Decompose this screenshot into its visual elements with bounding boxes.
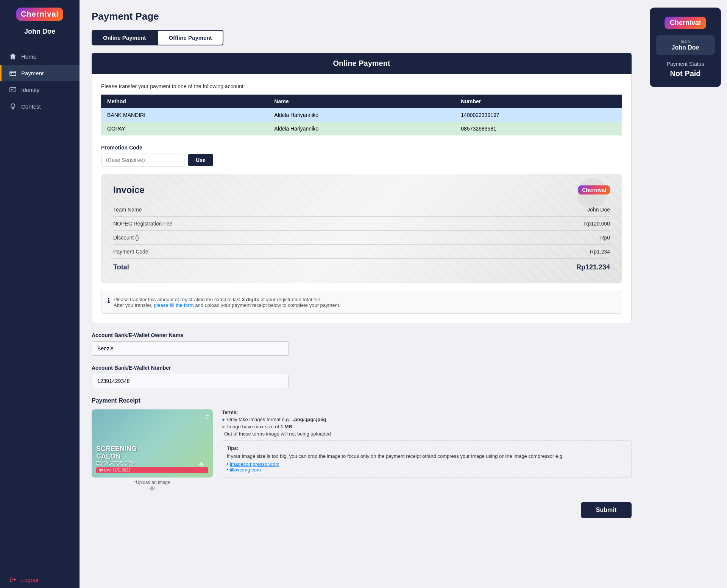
invoice-logo: Chernival — [578, 185, 610, 194]
method-mandiri: BANK MANDIRI — [101, 108, 268, 122]
sidebar: Chernival John Doe Home Payment — [0, 0, 80, 588]
nav-label-home: Home — [21, 53, 36, 60]
contest-icon — [9, 103, 17, 110]
nav-label-payment: Payment — [21, 70, 44, 76]
team-badge: team John Doe — [656, 35, 715, 55]
terms-text-3: Out of those terms image will not being … — [224, 431, 331, 437]
payment-row-gopay: GOPAY Aldela Hariyanniko 085732683581 — [101, 122, 622, 135]
terms-dot-1: ● — [222, 417, 225, 422]
promo-row: Use — [101, 154, 622, 166]
invoice-row-code-label: Payment Code — [113, 249, 148, 255]
invoice-box: Invoice Chernival Team Name John Doe NOP… — [101, 174, 622, 283]
sidebar-item-contest[interactable]: Contest — [0, 98, 80, 115]
tips-box: Tips: If your image size is too big, you… — [222, 440, 632, 478]
method-gopay: GOPAY — [101, 122, 268, 135]
svg-rect-0 — [10, 71, 16, 76]
invoice-title: Invoice — [113, 185, 145, 195]
info-sub: After you transfer, please fill the form… — [114, 302, 340, 308]
tips-link-2[interactable]: iilloveimg.com — [230, 467, 261, 473]
sidebar-username: John Doe — [0, 25, 80, 42]
main-content: Payment Page Online Payment Offline Paym… — [80, 0, 644, 588]
info-main: Please transfer this amount of registrat… — [114, 297, 340, 302]
section-header-online: Online Payment — [92, 53, 632, 74]
use-promo-button[interactable]: Use — [188, 154, 213, 166]
owner-name-label: Account Bank/E-Wallet Owner Name — [92, 332, 632, 338]
logout-icon — [9, 576, 17, 583]
form-account-number: Account Bank/E-Wallet Number — [92, 365, 632, 388]
invoice-row-fee-label: NOPEC Registration Fee — [113, 221, 172, 227]
owner-name-input[interactable] — [92, 341, 289, 356]
sidebar-item-home[interactable]: Home — [0, 48, 80, 65]
terms-item-2: ● Image have max size of 1 MB — [222, 424, 632, 429]
payment-status-label: Payment Status — [656, 61, 715, 67]
tab-bar: Online Payment Offline Payment — [92, 30, 632, 45]
terms-section: Terms: ● Only take images format e.g. ..… — [222, 409, 632, 437]
invoice-header: Invoice Chernival — [113, 185, 610, 195]
payment-icon — [9, 69, 17, 77]
nav-label-logout: Logout — [21, 577, 39, 583]
sidebar-item-payment[interactable]: Payment — [0, 65, 80, 81]
terms-dot-2: ● — [222, 424, 225, 429]
col-number: Number — [455, 95, 622, 108]
invoice-row-team-label: Team Name — [113, 207, 142, 213]
receipt-float-icons: ✦ — [198, 459, 205, 470]
terms-item-3: Out of those terms image will not being … — [222, 431, 632, 437]
sidebar-item-logout[interactable]: Logout — [0, 571, 80, 588]
invoice-row-fee-value: Rp120.000 — [584, 221, 610, 227]
identity-icon — [9, 86, 17, 93]
hamburger-icon: ≡ — [205, 413, 209, 421]
logo-badge: Chernival — [16, 8, 63, 21]
info-text: Please transfer this amount of registrat… — [114, 297, 340, 308]
svg-point-4 — [11, 89, 12, 90]
svg-point-7 — [11, 104, 15, 107]
submit-row: Submit — [92, 502, 632, 518]
payment-status-value: Not Paid — [656, 69, 715, 78]
team-name: John Doe — [661, 44, 710, 51]
nav-label-identity: Identity — [21, 87, 39, 93]
svg-rect-3 — [10, 87, 16, 92]
promo-input[interactable] — [101, 154, 184, 166]
info-link[interactable]: please fill the form — [154, 302, 194, 308]
nav-label-contest: Contest — [21, 103, 41, 110]
invoice-total-row: Total Rp121.234 — [113, 259, 610, 273]
info-bold: 3 digits — [242, 297, 259, 302]
transfer-note: Please transfer your payment to one of t… — [101, 83, 622, 89]
info-note: ℹ Please transfer this amount of registr… — [101, 291, 622, 314]
number-mandiri: 1400022339197 — [455, 108, 622, 122]
invoice-row-team: Team Name John Doe — [113, 203, 610, 217]
screening-badge: int Line 1151 2022 — [96, 467, 208, 473]
terms-tips-panel: Terms: ● Only take images format e.g. ..… — [222, 409, 632, 478]
invoice-row-code: Payment Code Rp1.234 — [113, 245, 610, 259]
payment-row-mandiri: BANK MANDIRI Aldela Hariyanniko 14000223… — [101, 108, 622, 122]
status-card: Chernival team John Doe Payment Status N… — [650, 8, 721, 87]
tab-offline-payment[interactable]: Offline Payment — [157, 30, 223, 45]
terms-text-1: Only take images format e.g. ..png/.jpg/… — [227, 417, 326, 422]
team-label: team — [661, 39, 710, 44]
svg-rect-2 — [11, 73, 12, 74]
payment-methods-table: Method Name Number BANK MANDIRI Aldela H… — [101, 95, 622, 135]
status-logo: Chernival — [665, 17, 706, 29]
receipt-upload-area: SCREENINGCALON ESKALATOR CITA int Line 1… — [92, 409, 213, 493]
invoice-row-team-value: John Doe — [587, 207, 610, 213]
tab-online-payment[interactable]: Online Payment — [92, 30, 157, 45]
receipt-upload-box[interactable]: SCREENINGCALON ESKALATOR CITA int Line 1… — [92, 409, 213, 478]
tips-title: Tips: — [227, 445, 239, 451]
home-icon — [9, 53, 17, 60]
name-mandiri: Aldela Hariyanniko — [268, 108, 455, 122]
payment-card: Please transfer your payment to one of t… — [92, 74, 632, 323]
sidebar-item-identity[interactable]: Identity — [0, 81, 80, 98]
submit-button[interactable]: Submit — [581, 502, 632, 518]
account-number-input[interactable] — [92, 374, 289, 388]
col-method: Method — [101, 95, 268, 108]
receipt-row: SCREENINGCALON ESKALATOR CITA int Line 1… — [92, 409, 632, 493]
invoice-row-discount-value: -Rp0 — [599, 235, 610, 241]
invoice-total-label: Total — [113, 263, 129, 271]
terms-item-1: ● Only take images format e.g. ..png/.jp… — [222, 417, 632, 422]
tips-link-1[interactable]: imagecompressor.com — [230, 461, 279, 467]
form-owner-name: Account Bank/E-Wallet Owner Name — [92, 332, 632, 356]
right-panel: Chernival team John Doe Payment Status N… — [644, 0, 727, 588]
tips-links: • imagecompressor.com • iilloveimg.com — [227, 461, 627, 473]
sidebar-logo: Chernival — [0, 0, 80, 25]
invoice-row-discount-label: Discount () — [113, 235, 139, 241]
upload-eye-icon: 👁 — [92, 485, 213, 493]
